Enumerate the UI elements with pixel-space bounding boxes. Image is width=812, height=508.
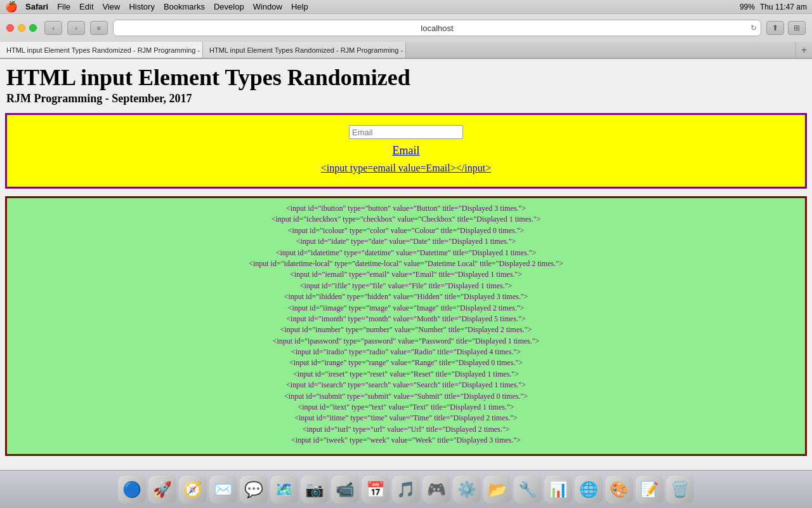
green-box-line: <input id="isearch" type="search" value=…: [286, 380, 526, 391]
green-box-line: <input id="icolour" type="color" value="…: [288, 225, 525, 236]
green-box-line: <input id="iimage" type="image" value="I…: [288, 303, 525, 314]
tab-2-label: HTML input Element Types Randomized - RJ…: [209, 46, 406, 54]
green-box-line: <input id="icheckbox" type="checkbox" va…: [272, 214, 541, 225]
url-bar[interactable]: localhost ↻: [113, 20, 761, 36]
reader-button[interactable]: ≡: [90, 21, 108, 35]
green-box-line: <input id="ihidden" type="hidden" value=…: [284, 291, 528, 302]
dock-icon-app6[interactable]: 🌐: [575, 476, 603, 504]
apple-menu-icon[interactable]: 🍎: [5, 1, 18, 13]
dock-icon-app3[interactable]: 📂: [483, 476, 511, 504]
dock-icon-safari[interactable]: 🧭: [179, 476, 207, 504]
minimize-button[interactable]: [18, 24, 25, 32]
menu-bar: 🍎 Safari File Edit View History Bookmark…: [0, 0, 812, 14]
menu-bar-right: 99% Thu 11:47 am: [740, 3, 807, 11]
toolbar: ‹ › ≡ localhost ↻ ⬆ ⊞: [0, 14, 812, 42]
green-box-line: <input id="isubmit" type="submit" value=…: [284, 391, 528, 402]
maximize-button[interactable]: [29, 24, 37, 32]
dock-icon-mail[interactable]: ✉️: [209, 476, 237, 504]
dock-icon-app2[interactable]: ⚙️: [453, 476, 481, 504]
page-title: HTML input Element Types Randomized: [0, 62, 812, 92]
tabs-button[interactable]: ⊞: [788, 21, 806, 35]
dock-icon-app5[interactable]: 📊: [544, 476, 572, 504]
green-box-line: <input id="ifile" type="file" value="Fil…: [300, 281, 513, 291]
dock-icon-messages[interactable]: 💬: [240, 476, 268, 504]
battery-status: 99%: [740, 3, 755, 11]
dock-icon-app4[interactable]: 🔧: [514, 476, 542, 504]
dock-icon-finder[interactable]: 🔵: [118, 476, 146, 504]
green-box-line: <input id="irange" type="range" value="R…: [289, 358, 523, 368]
dock-icon-maps[interactable]: 🗺️: [270, 476, 298, 504]
tab-2[interactable]: HTML input Element Types Randomized - RJ…: [203, 42, 406, 58]
green-box-line: <input id="idatetime-local" type="dateti…: [249, 258, 563, 269]
menu-safari[interactable]: Safari: [25, 2, 48, 11]
share-button[interactable]: ⬆: [766, 21, 784, 35]
menu-window[interactable]: Window: [253, 2, 282, 11]
dock-icon-facetime[interactable]: 📹: [331, 476, 359, 504]
menu-view[interactable]: View: [103, 2, 121, 11]
green-box-line: <input id="idatetime" type="datetime" va…: [276, 248, 537, 258]
dock-icon-itunes[interactable]: 🎵: [392, 476, 420, 504]
dock: 🔵 🚀 🧭 ✉️ 💬 🗺️ 📷 📹 📅 🎵 🎮 ⚙️ 📂 🔧 📊 🌐 🎨 📝 🗑…: [0, 470, 812, 508]
green-box-line: <input id="iweek" type="week" value="Wee…: [291, 435, 521, 446]
green-box-line: <input id="iradio" type="radio" value="R…: [291, 347, 521, 358]
tab-1-label: HTML input Element Types Randomized - RJ…: [6, 46, 203, 54]
green-box-line: <input id="itext" type="text" value="Tex…: [298, 402, 514, 413]
email-code: <input type=email value=Email></input>: [321, 163, 491, 174]
page-subtitle: RJM Programming - September, 2017: [0, 92, 812, 110]
tab-1[interactable]: HTML input Element Types Randomized - RJ…: [0, 42, 203, 58]
dock-icon-photos[interactable]: 📷: [301, 476, 329, 504]
clock: Thu 11:47 am: [760, 3, 807, 11]
green-box-line: <input id="imonth" type="month" value="M…: [286, 314, 525, 324]
green-box: <input id="ibutton" type="button" value=…: [5, 196, 807, 456]
url-text: localhost: [421, 23, 453, 33]
menu-develop[interactable]: Develop: [214, 2, 244, 11]
green-box-line: <input id="idate" type="date" value="Dat…: [296, 236, 516, 247]
browser-chrome: ‹ › ≡ localhost ↻ ⬆ ⊞ HTML input Element…: [0, 14, 812, 59]
page-content: HTML input Element Types Randomized RJM …: [0, 59, 812, 508]
menu-history[interactable]: History: [129, 2, 154, 11]
green-box-line: <input id="inumber" type="number" value=…: [280, 324, 532, 335]
email-input[interactable]: [349, 125, 463, 139]
dock-icon-app8[interactable]: 📝: [636, 476, 664, 504]
green-box-line: <input id="ireset" type="reset" value="R…: [293, 369, 519, 380]
menu-help[interactable]: Help: [291, 2, 308, 11]
email-link[interactable]: Email: [393, 144, 420, 157]
menu-file[interactable]: File: [57, 2, 70, 11]
green-box-line: <input id="ibutton" type="button" value=…: [286, 203, 526, 214]
forward-button[interactable]: ›: [67, 21, 85, 35]
toolbar-right: ⬆ ⊞: [766, 21, 806, 35]
dock-icon-trash[interactable]: 🗑️: [666, 476, 694, 504]
new-tab-button[interactable]: +: [796, 42, 812, 58]
green-box-line: <input id="iemail" type="email" value="E…: [290, 269, 522, 280]
menu-bookmarks[interactable]: Bookmarks: [164, 2, 205, 11]
back-button[interactable]: ‹: [44, 21, 62, 35]
reload-button[interactable]: ↻: [750, 23, 757, 32]
page-body: HTML input Element Types Randomized RJM …: [0, 59, 812, 456]
menu-edit[interactable]: Edit: [79, 2, 93, 11]
yellow-box: Email <input type=email value=Email></in…: [5, 113, 807, 189]
dock-icon-launchpad[interactable]: 🚀: [148, 476, 176, 504]
green-box-line: <input id="iurl" type="url" value="Url" …: [303, 424, 510, 435]
green-box-line: <input id="ipassword" type="password" va…: [273, 336, 540, 347]
dock-icon-app1[interactable]: 🎮: [422, 476, 450, 504]
dock-icon-calendar[interactable]: 📅: [362, 476, 390, 504]
dock-icon-app7[interactable]: 🎨: [605, 476, 633, 504]
tab-bar: HTML input Element Types Randomized - RJ…: [0, 42, 812, 58]
green-box-line: <input id="itime" type="time" value="Tim…: [294, 413, 518, 424]
close-button[interactable]: [6, 24, 14, 32]
traffic-lights: [6, 24, 37, 32]
